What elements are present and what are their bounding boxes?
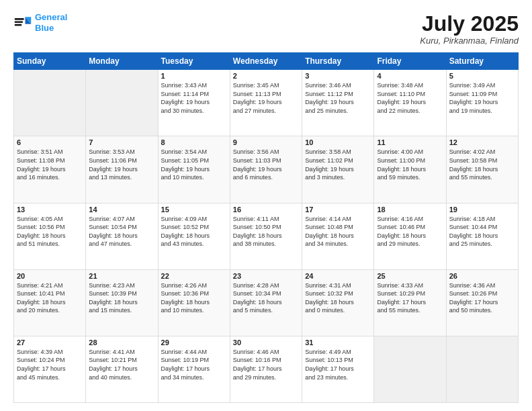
svg-rect-4 bbox=[15, 21, 23, 23]
day-info: Sunrise: 3:43 AM Sunset: 11:14 PM Daylig… bbox=[161, 81, 227, 115]
day-info: Sunrise: 4:00 AM Sunset: 11:00 PM Daylig… bbox=[377, 148, 443, 181]
calendar-cell: 19Sunrise: 4:18 AM Sunset: 10:44 PM Dayl… bbox=[446, 203, 518, 269]
calendar-cell: 9Sunrise: 3:56 AM Sunset: 11:03 PM Dayli… bbox=[230, 136, 302, 203]
calendar-cell: 22Sunrise: 4:26 AM Sunset: 10:36 PM Dayl… bbox=[158, 269, 230, 336]
calendar-cell: 7Sunrise: 3:53 AM Sunset: 11:06 PM Dayli… bbox=[86, 136, 158, 203]
week-row-4: 20Sunrise: 4:21 AM Sunset: 10:41 PM Dayl… bbox=[14, 269, 519, 336]
weekday-header-row: SundayMondayTuesdayWednesdayThursdayFrid… bbox=[14, 53, 519, 70]
week-row-2: 6Sunrise: 3:51 AM Sunset: 11:08 PM Dayli… bbox=[14, 136, 519, 203]
day-info: Sunrise: 3:53 AM Sunset: 11:06 PM Daylig… bbox=[89, 148, 154, 181]
day-number: 1 bbox=[161, 72, 227, 80]
calendar-cell: 8Sunrise: 3:54 AM Sunset: 11:05 PM Dayli… bbox=[158, 136, 230, 203]
calendar-cell: 12Sunrise: 4:02 AM Sunset: 10:58 PM Dayl… bbox=[446, 136, 518, 203]
day-number: 17 bbox=[305, 205, 371, 214]
calendar-cell bbox=[86, 70, 158, 136]
day-number: 9 bbox=[233, 138, 299, 146]
day-number: 18 bbox=[377, 205, 443, 214]
calendar-cell: 20Sunrise: 4:21 AM Sunset: 10:41 PM Dayl… bbox=[14, 269, 86, 336]
day-info: Sunrise: 3:58 AM Sunset: 11:02 PM Daylig… bbox=[305, 148, 371, 181]
day-info: Sunrise: 4:23 AM Sunset: 10:39 PM Daylig… bbox=[89, 281, 154, 315]
day-info: Sunrise: 4:33 AM Sunset: 10:29 PM Daylig… bbox=[377, 281, 443, 315]
day-info: Sunrise: 4:44 AM Sunset: 10:19 PM Daylig… bbox=[161, 348, 227, 381]
day-number: 12 bbox=[449, 138, 515, 146]
day-info: Sunrise: 4:05 AM Sunset: 10:56 PM Daylig… bbox=[17, 215, 83, 248]
day-number: 14 bbox=[89, 205, 154, 214]
calendar-cell: 25Sunrise: 4:33 AM Sunset: 10:29 PM Dayl… bbox=[374, 269, 446, 336]
calendar-cell: 6Sunrise: 3:51 AM Sunset: 11:08 PM Dayli… bbox=[14, 136, 86, 203]
calendar-cell: 30Sunrise: 4:46 AM Sunset: 10:16 PM Dayl… bbox=[230, 336, 302, 402]
day-number: 26 bbox=[449, 272, 515, 280]
day-number: 16 bbox=[233, 205, 299, 214]
calendar-cell: 3Sunrise: 3:46 AM Sunset: 11:12 PM Dayli… bbox=[302, 70, 374, 136]
logo: General Blue bbox=[13, 12, 67, 33]
calendar-cell: 28Sunrise: 4:41 AM Sunset: 10:21 PM Dayl… bbox=[86, 336, 158, 402]
day-number: 8 bbox=[161, 138, 227, 146]
day-number: 19 bbox=[449, 205, 515, 214]
calendar-cell: 14Sunrise: 4:07 AM Sunset: 10:54 PM Dayl… bbox=[86, 203, 158, 269]
day-number: 27 bbox=[17, 338, 83, 347]
day-info: Sunrise: 3:45 AM Sunset: 11:13 PM Daylig… bbox=[233, 81, 299, 115]
header: General Blue July 2025 Kuru, Pirkanmaa, … bbox=[13, 12, 519, 46]
weekday-header-tuesday: Tuesday bbox=[158, 53, 230, 70]
weekday-header-friday: Friday bbox=[374, 53, 446, 70]
calendar-table: SundayMondayTuesdayWednesdayThursdayFrid… bbox=[13, 52, 519, 403]
calendar-cell: 21Sunrise: 4:23 AM Sunset: 10:39 PM Dayl… bbox=[86, 269, 158, 336]
day-number: 13 bbox=[17, 205, 83, 214]
day-number: 25 bbox=[377, 272, 443, 280]
day-info: Sunrise: 3:51 AM Sunset: 11:08 PM Daylig… bbox=[17, 148, 83, 181]
day-number: 11 bbox=[377, 138, 443, 146]
calendar-cell: 10Sunrise: 3:58 AM Sunset: 11:02 PM Dayl… bbox=[302, 136, 374, 203]
svg-rect-5 bbox=[15, 24, 22, 26]
day-info: Sunrise: 4:18 AM Sunset: 10:44 PM Daylig… bbox=[449, 215, 515, 248]
svg-rect-3 bbox=[15, 18, 24, 20]
day-info: Sunrise: 4:02 AM Sunset: 10:58 PM Daylig… bbox=[449, 148, 515, 181]
week-row-5: 27Sunrise: 4:39 AM Sunset: 10:24 PM Dayl… bbox=[14, 336, 519, 402]
calendar-cell: 23Sunrise: 4:28 AM Sunset: 10:34 PM Dayl… bbox=[230, 269, 302, 336]
logo-icon bbox=[13, 13, 32, 32]
weekday-header-thursday: Thursday bbox=[302, 53, 374, 70]
day-number: 3 bbox=[305, 72, 371, 80]
calendar-cell: 13Sunrise: 4:05 AM Sunset: 10:56 PM Dayl… bbox=[14, 203, 86, 269]
day-info: Sunrise: 4:14 AM Sunset: 10:48 PM Daylig… bbox=[305, 215, 371, 248]
day-number: 5 bbox=[449, 72, 515, 80]
day-info: Sunrise: 4:21 AM Sunset: 10:41 PM Daylig… bbox=[17, 281, 83, 315]
day-info: Sunrise: 4:07 AM Sunset: 10:54 PM Daylig… bbox=[89, 215, 154, 248]
day-number: 22 bbox=[161, 272, 227, 280]
day-number: 30 bbox=[233, 338, 299, 347]
day-info: Sunrise: 4:11 AM Sunset: 10:50 PM Daylig… bbox=[233, 215, 299, 248]
day-number: 31 bbox=[305, 338, 371, 347]
day-number: 4 bbox=[377, 72, 443, 80]
week-row-1: 1Sunrise: 3:43 AM Sunset: 11:14 PM Dayli… bbox=[14, 70, 519, 136]
calendar-cell: 18Sunrise: 4:16 AM Sunset: 10:46 PM Dayl… bbox=[374, 203, 446, 269]
day-info: Sunrise: 4:09 AM Sunset: 10:52 PM Daylig… bbox=[161, 215, 227, 248]
calendar-cell: 29Sunrise: 4:44 AM Sunset: 10:19 PM Dayl… bbox=[158, 336, 230, 402]
weekday-header-saturday: Saturday bbox=[446, 53, 518, 70]
calendar-cell: 5Sunrise: 3:49 AM Sunset: 11:09 PM Dayli… bbox=[446, 70, 518, 136]
calendar-cell: 24Sunrise: 4:31 AM Sunset: 10:32 PM Dayl… bbox=[302, 269, 374, 336]
day-number: 6 bbox=[17, 138, 83, 146]
day-info: Sunrise: 4:36 AM Sunset: 10:26 PM Daylig… bbox=[449, 281, 515, 315]
day-number: 20 bbox=[17, 272, 83, 280]
page: General Blue July 2025 Kuru, Pirkanmaa, … bbox=[0, 0, 532, 411]
day-number: 29 bbox=[161, 338, 227, 347]
calendar-cell: 4Sunrise: 3:48 AM Sunset: 11:10 PM Dayli… bbox=[374, 70, 446, 136]
day-number: 2 bbox=[233, 72, 299, 80]
calendar-cell bbox=[374, 336, 446, 402]
day-number: 24 bbox=[305, 272, 371, 280]
calendar-cell: 17Sunrise: 4:14 AM Sunset: 10:48 PM Dayl… bbox=[302, 203, 374, 269]
calendar-subtitle: Kuru, Pirkanmaa, Finland bbox=[420, 36, 519, 46]
calendar-cell: 26Sunrise: 4:36 AM Sunset: 10:26 PM Dayl… bbox=[446, 269, 518, 336]
day-info: Sunrise: 3:48 AM Sunset: 11:10 PM Daylig… bbox=[377, 81, 443, 115]
day-info: Sunrise: 4:31 AM Sunset: 10:32 PM Daylig… bbox=[305, 281, 371, 315]
day-info: Sunrise: 4:16 AM Sunset: 10:46 PM Daylig… bbox=[377, 215, 443, 248]
calendar-cell: 15Sunrise: 4:09 AM Sunset: 10:52 PM Dayl… bbox=[158, 203, 230, 269]
day-info: Sunrise: 4:28 AM Sunset: 10:34 PM Daylig… bbox=[233, 281, 299, 315]
title-block: July 2025 Kuru, Pirkanmaa, Finland bbox=[420, 12, 519, 46]
weekday-header-sunday: Sunday bbox=[14, 53, 86, 70]
day-number: 10 bbox=[305, 138, 371, 146]
calendar-cell bbox=[446, 336, 518, 402]
day-info: Sunrise: 4:26 AM Sunset: 10:36 PM Daylig… bbox=[161, 281, 227, 315]
day-number: 28 bbox=[89, 338, 154, 347]
day-info: Sunrise: 4:49 AM Sunset: 10:13 PM Daylig… bbox=[305, 348, 371, 381]
calendar-cell: 2Sunrise: 3:45 AM Sunset: 11:13 PM Dayli… bbox=[230, 70, 302, 136]
